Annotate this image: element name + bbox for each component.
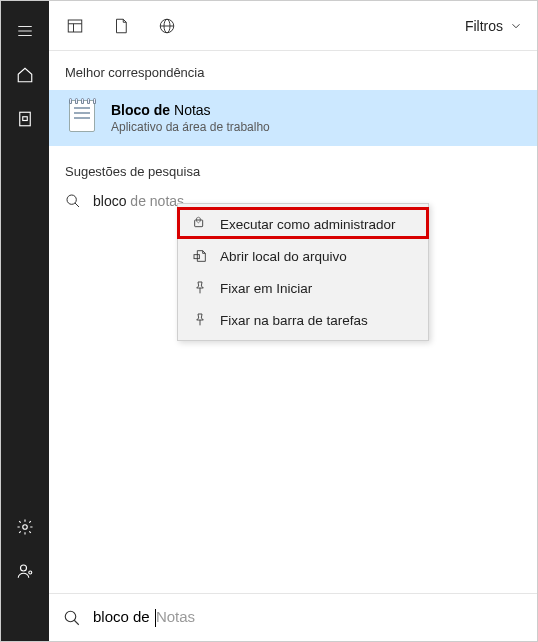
context-item-label: Fixar na barra de tarefas: [220, 313, 368, 328]
suggestions-label: Sugestões de pesquisa: [49, 146, 537, 187]
folder-icon: [192, 248, 208, 264]
web-icon[interactable]: [155, 14, 179, 38]
context-item-label: Executar como administrador: [220, 217, 396, 232]
context-item-label: Abrir local do arquivo: [220, 249, 347, 264]
context-run-as-admin[interactable]: Executar como administrador: [178, 208, 428, 240]
search-icon: [63, 609, 81, 627]
svg-point-6: [21, 565, 27, 571]
document-icon[interactable]: [1, 97, 49, 141]
left-sidebar: [1, 1, 49, 641]
context-pin-to-taskbar[interactable]: Fixar na barra de tarefas: [178, 304, 428, 336]
svg-rect-8: [68, 20, 82, 32]
svg-point-7: [29, 571, 32, 574]
svg-rect-4: [23, 117, 28, 121]
apps-icon[interactable]: [63, 14, 87, 38]
context-pin-to-start[interactable]: Fixar em Iniciar: [178, 272, 428, 304]
documents-icon[interactable]: [109, 14, 133, 38]
svg-rect-17: [194, 255, 199, 259]
svg-point-5: [23, 525, 28, 530]
best-match-result[interactable]: Bloco de Notas Aplicativo da área de tra…: [49, 90, 537, 146]
shield-icon: [192, 216, 208, 232]
svg-point-14: [67, 195, 76, 204]
home-icon[interactable]: [1, 53, 49, 97]
search-icon: [65, 193, 81, 209]
svg-line-15: [75, 203, 79, 207]
top-toolbar: Filtros: [49, 1, 537, 51]
best-match-label: Melhor correspondência: [49, 51, 537, 90]
filters-button[interactable]: Filtros: [465, 18, 523, 34]
svg-rect-16: [195, 220, 203, 227]
search-text: bloco de Notas: [93, 608, 195, 627]
context-open-file-location[interactable]: Abrir local do arquivo: [178, 240, 428, 272]
svg-point-20: [65, 611, 76, 622]
settings-icon[interactable]: [1, 505, 49, 549]
pin-icon: [192, 312, 208, 328]
main-panel: Filtros Melhor correspondência Bloco de …: [49, 1, 537, 641]
pin-icon: [192, 280, 208, 296]
result-subtitle: Aplicativo da área de trabalho: [111, 120, 270, 134]
context-menu: Executar como administrador Abrir local …: [177, 203, 429, 341]
svg-rect-3: [20, 112, 31, 126]
svg-line-21: [74, 620, 79, 625]
context-item-label: Fixar em Iniciar: [220, 281, 312, 296]
result-title: Bloco de Notas: [111, 102, 270, 118]
menu-icon[interactable]: [1, 9, 49, 53]
user-icon[interactable]: [1, 549, 49, 593]
notepad-icon: [65, 98, 99, 138]
search-bar[interactable]: bloco de Notas: [49, 593, 537, 641]
filters-label: Filtros: [465, 18, 503, 34]
chevron-down-icon: [509, 19, 523, 33]
